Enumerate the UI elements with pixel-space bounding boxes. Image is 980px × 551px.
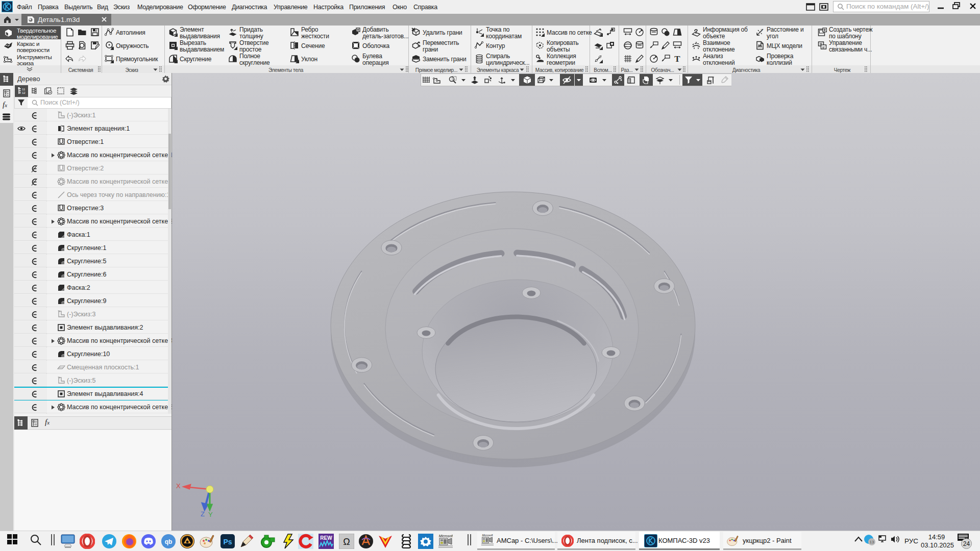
svg-text:11: 11 — [22, 88, 26, 91]
svg-text:Ω: Ω — [343, 537, 350, 547]
svg-text:13: 13 — [870, 540, 874, 544]
svg-text:12: 12 — [22, 91, 26, 94]
svg-text:qb: qb — [165, 538, 173, 545]
svg-text:Ps: Ps — [223, 538, 232, 546]
svg-text:?: ? — [761, 28, 763, 33]
svg-text:REW: REW — [320, 535, 332, 541]
svg-text:Microsoft: Microsoft — [482, 534, 493, 537]
svg-text:Y: Y — [208, 511, 213, 518]
svg-text:Microsoft: Microsoft — [439, 534, 453, 538]
svg-text:Z: Z — [201, 510, 205, 518]
svg-text:T: T — [674, 54, 680, 63]
svg-text:X: X — [176, 482, 181, 490]
